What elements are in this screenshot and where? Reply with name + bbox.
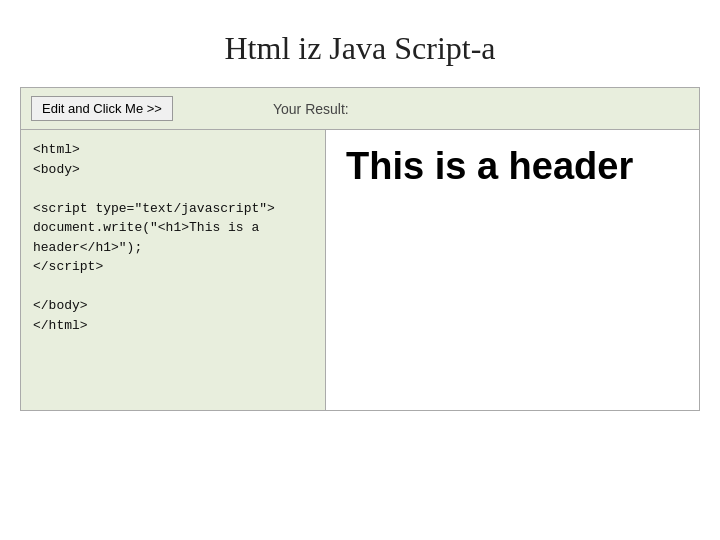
page-title: Html iz Java Script-a — [0, 0, 720, 87]
edit-click-button[interactable]: Edit and Click Me >> — [31, 96, 173, 121]
top-bar: Edit and Click Me >> Your Result: — [21, 88, 699, 130]
your-result-label: Your Result: — [273, 101, 349, 117]
code-panel[interactable]: <html> <body> <script type="text/javascr… — [21, 130, 326, 410]
demo-container: Edit and Click Me >> Your Result: <html>… — [20, 87, 700, 411]
result-heading: This is a header — [346, 145, 633, 188]
main-area: <html> <body> <script type="text/javascr… — [21, 130, 699, 410]
result-panel: This is a header — [326, 130, 699, 410]
